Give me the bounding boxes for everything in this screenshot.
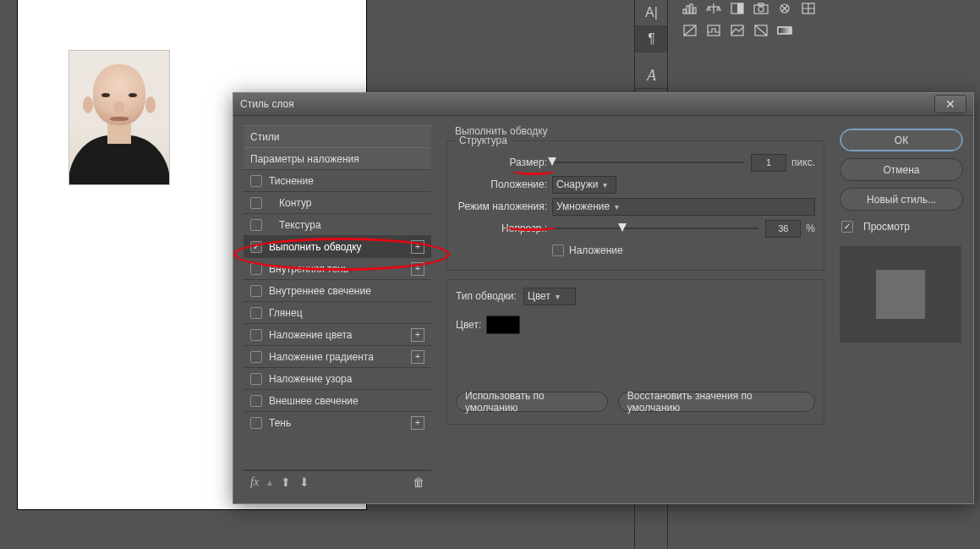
cancel-button[interactable]: Отмена [840, 158, 963, 181]
checkbox-icon[interactable] [250, 285, 262, 297]
svg-rect-12 [708, 25, 720, 36]
layer-style-dialog: Стиль слоя ✕ Стили Параметры наложения Т… [233, 92, 974, 504]
blend-mode-select[interactable]: Умножение [552, 198, 815, 216]
styles-header[interactable]: Стили [244, 125, 431, 147]
effect-satin[interactable]: Глянец [244, 301, 431, 323]
document-photo [68, 50, 170, 185]
add-effect-icon[interactable]: + [411, 328, 424, 342]
vtool-char-icon[interactable]: A| [635, 0, 668, 26]
checkbox-icon[interactable] [250, 197, 262, 209]
scales-icon[interactable] [705, 2, 722, 15]
new-style-button[interactable]: Новый стиль... [840, 188, 963, 211]
dialog-actions: ОК Отмена Новый стиль... Просмотр [840, 125, 963, 493]
checkbox-icon[interactable] [250, 241, 262, 253]
size-input[interactable] [751, 154, 786, 172]
effects-panel: Стили Параметры наложения Тиснение Конту… [244, 125, 431, 493]
fx-menu-icon[interactable]: fx [250, 475, 259, 489]
ok-button[interactable]: ОК [840, 129, 963, 151]
stroke-settings: Выполнить обводку Структура Размер: пикс… [441, 125, 829, 493]
blend-mode-label: Режим наложения: [456, 200, 552, 212]
blackwhite-icon[interactable] [682, 24, 698, 37]
effect-contour[interactable]: Контур [244, 191, 431, 213]
dialog-title: Стиль слоя [240, 98, 294, 110]
effect-bevel[interactable]: Тиснение [244, 169, 431, 191]
effect-outer-glow[interactable]: Внешнее свечение [244, 389, 431, 411]
checkbox-icon[interactable] [250, 219, 262, 231]
checkbox-icon[interactable] [250, 395, 262, 407]
position-label: Положение: [456, 178, 552, 190]
checkbox-icon[interactable] [250, 307, 262, 319]
svg-rect-15 [778, 27, 791, 34]
overlay-checkbox[interactable] [552, 244, 564, 256]
reset-default-button[interactable]: Восстановить значения по умолчанию [618, 392, 815, 412]
color-label: Цвет: [456, 319, 486, 331]
add-effect-icon[interactable]: + [411, 240, 424, 254]
checkbox-icon[interactable] [250, 417, 262, 429]
overlay-label: Наложение [569, 244, 623, 256]
threshold-icon[interactable] [729, 24, 746, 37]
effect-texture[interactable]: Текстура [244, 213, 431, 235]
make-default-button[interactable]: Использовать по умолчанию [456, 392, 608, 412]
effect-grad-overlay[interactable]: Наложение градиента + [244, 345, 431, 367]
size-slider[interactable] [552, 156, 744, 168]
add-effect-icon[interactable]: + [411, 416, 424, 430]
color-swatch[interactable] [486, 316, 520, 334]
vtool-glyphs-icon[interactable]: A [635, 63, 668, 89]
effect-stroke[interactable]: Выполнить обводку + [244, 235, 431, 257]
move-down-icon[interactable]: ⬇ [299, 475, 309, 489]
size-unit: пикс. [791, 156, 815, 168]
effect-inner-shadow[interactable]: Внутренняя тень + [244, 257, 431, 279]
opacity-label: Непрозр.: [456, 222, 552, 234]
effect-drop-shadow[interactable]: Тень + [244, 411, 431, 433]
effect-color-overlay[interactable]: Наложение цвета + [244, 323, 431, 345]
add-effect-icon[interactable]: + [411, 350, 424, 364]
trash-icon[interactable]: 🗑 [413, 475, 424, 489]
opacity-input[interactable] [765, 220, 801, 238]
svg-rect-1 [687, 6, 689, 14]
vtool-sep [635, 52, 668, 63]
dialog-titlebar[interactable]: Стиль слоя ✕ [233, 93, 973, 116]
contrast-icon[interactable] [729, 2, 746, 15]
vtool-paragraph-icon[interactable]: ¶ [635, 26, 668, 52]
checkbox-icon[interactable] [250, 351, 262, 363]
move-up-icon[interactable]: ⬆ [281, 475, 291, 489]
gradient-map-icon[interactable] [776, 24, 793, 37]
camera-icon[interactable] [753, 2, 769, 15]
opacity-unit: % [806, 222, 815, 234]
svg-rect-0 [683, 9, 686, 14]
checkbox-icon[interactable] [250, 263, 262, 275]
svg-rect-2 [690, 4, 693, 14]
preview-label: Просмотр [863, 221, 910, 233]
blending-options-header[interactable]: Параметры наложения [244, 147, 431, 169]
channel-mixer-icon[interactable] [753, 24, 769, 37]
size-label: Размер: [456, 156, 552, 168]
add-effect-icon[interactable]: + [411, 262, 424, 276]
effect-pattern-overlay[interactable]: Наложение узора [244, 367, 431, 389]
posterize-icon[interactable] [705, 24, 722, 37]
opacity-slider[interactable] [552, 222, 758, 234]
stroketype-select[interactable]: Цвет [523, 288, 576, 305]
structure-group: Структура [456, 135, 511, 146]
checkbox-icon[interactable] [250, 175, 262, 187]
grid-icon[interactable] [800, 2, 817, 15]
effects-icon[interactable] [776, 2, 793, 15]
close-button[interactable]: ✕ [934, 95, 966, 113]
checkbox-icon[interactable] [250, 329, 262, 341]
svg-rect-5 [737, 3, 743, 14]
preview-checkbox[interactable] [841, 221, 853, 233]
position-select[interactable]: Снаружи [552, 176, 616, 194]
svg-rect-3 [693, 8, 696, 14]
stroketype-label: Тип обводки: [456, 290, 523, 302]
checkbox-icon[interactable] [250, 373, 262, 385]
svg-point-7 [758, 7, 764, 12]
histogram-icon[interactable] [682, 2, 698, 15]
effect-inner-glow[interactable]: Внутреннее свечение [244, 279, 431, 301]
preview-thumbnail [840, 246, 961, 343]
